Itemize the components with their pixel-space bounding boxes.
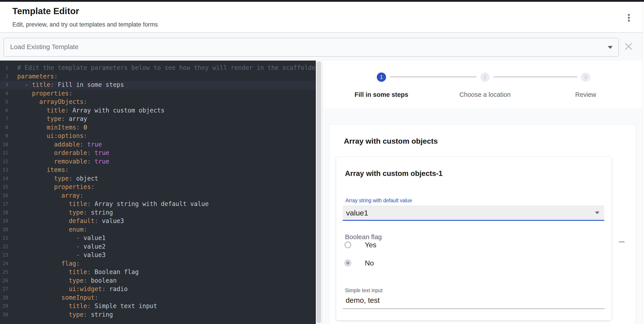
editor-line: 20 enum: (0, 225, 316, 234)
code-line-text: - value1 (8, 234, 106, 242)
kebab-menu-button[interactable] (624, 12, 634, 24)
load-template-placeholder: Load Existing Template (10, 43, 78, 51)
code-line-text: someInput: (8, 293, 98, 302)
line-number: 21 (0, 234, 8, 242)
editor-line: 3 - title: Fill in some steps (0, 81, 316, 89)
select-field-value: value1 (346, 209, 368, 217)
editor-line: 23 - value3 (0, 251, 316, 259)
code-line-text: default: value3 (8, 217, 124, 225)
line-number: 30 (0, 310, 8, 319)
line-number: 1 (0, 64, 8, 72)
yaml-code-editor[interactable]: 1# Edit the template parameters below to… (0, 61, 316, 324)
line-number: 9 (0, 132, 8, 140)
line-number: 11 (0, 149, 8, 157)
editor-line: 12 removable: true (0, 157, 316, 166)
line-number: 17 (0, 200, 8, 208)
step-label-2: Choose a location (459, 91, 510, 98)
form-section-title: Array with custom objects (344, 137, 438, 145)
remove-array-item-button[interactable] (616, 238, 628, 245)
code-line-text: title: Boolean flag (8, 268, 139, 276)
code-line-text: removable: true (8, 157, 109, 166)
editor-line: 28 someInput: (0, 293, 316, 302)
radio-group-label: Boolean flag (345, 233, 382, 241)
page-subtitle: Edit, preview, and try out templates and… (12, 21, 158, 28)
page-title: Template Editor (12, 6, 79, 16)
line-number: 18 (0, 208, 8, 217)
code-line-text: array: (8, 191, 84, 200)
minus-icon (619, 241, 624, 242)
code-line-text: title: Simple text input (8, 302, 157, 310)
code-line-text: type: string (8, 208, 113, 217)
editor-line: 24 flag: (0, 259, 316, 268)
line-number: 13 (0, 166, 8, 174)
code-line-text: - title: Fill in some steps (8, 81, 124, 89)
load-template-bar: Load Existing Template (0, 33, 644, 61)
line-number: 12 (0, 157, 8, 166)
code-line-text: arrayObjects: (8, 98, 87, 106)
code-line-text: type: object (8, 174, 98, 183)
code-line-text: # Edit the template parameters below to … (8, 64, 316, 72)
clear-template-button[interactable] (624, 42, 633, 51)
code-line-text: type: string (8, 310, 113, 319)
radio-option-label: Yes (365, 241, 376, 249)
code-line-text: type: array (8, 115, 87, 123)
line-number: 7 (0, 115, 8, 123)
editor-line: 1# Edit the template parameters below to… (0, 64, 316, 72)
step-circle-3[interactable]: 3 (581, 73, 590, 82)
editor-line: 15 properties: (0, 183, 316, 191)
code-line-text: orderable: true (8, 149, 109, 157)
editor-scrollbar-thumb[interactable] (316, 61, 321, 323)
line-number: 24 (0, 259, 8, 268)
code-line-text: title: Array string with default value (8, 200, 209, 208)
line-number: 22 (0, 242, 8, 251)
editor-line: 5 arrayObjects: (0, 98, 316, 106)
code-line-text: items: (8, 166, 69, 174)
editor-line: 30 type: string (0, 310, 316, 319)
code-line-text: - value2 (8, 242, 106, 251)
radio-option-label: No (365, 259, 374, 267)
line-number: 16 (0, 191, 8, 200)
editor-line: 21 - value1 (0, 234, 316, 242)
line-number: 4 (0, 89, 8, 98)
line-number: 20 (0, 225, 8, 234)
load-existing-template-select[interactable]: Load Existing Template (4, 38, 619, 57)
code-line-text: enum: (8, 225, 87, 234)
editor-line: 14 type: object (0, 174, 316, 183)
code-line-text: minItems: 0 (8, 123, 87, 132)
step-connector-line (390, 77, 476, 77)
array-string-select[interactable]: value1 (343, 205, 604, 221)
line-number: 6 (0, 106, 8, 115)
code-line-text: properties: (8, 89, 72, 98)
editor-line: 7 type: array (0, 115, 316, 123)
step-circle-1[interactable]: 1 (377, 73, 386, 82)
radio-option-no[interactable]: No (344, 259, 374, 267)
chevron-down-icon (608, 46, 613, 49)
text-field-label: Simple text input (345, 287, 382, 293)
line-number: 26 (0, 276, 8, 285)
editor-line: 22 - value2 (0, 242, 316, 251)
code-line-text: - value3 (8, 251, 106, 259)
page-scroll-gutter[interactable] (643, 2, 644, 324)
editor-line: 16 array: (0, 191, 316, 200)
array-item-title: Array with custom objects-1 (345, 169, 442, 178)
line-number: 3 (0, 81, 8, 89)
editor-line: 19 default: value3 (0, 217, 316, 225)
line-number: 23 (0, 251, 8, 259)
step-circle-2[interactable]: 2 (480, 73, 490, 82)
radio-unselected-icon (344, 242, 351, 248)
text-input-underline (343, 308, 605, 309)
editor-line: 13 items: (0, 166, 316, 174)
line-number: 19 (0, 217, 8, 225)
line-number: 2 (0, 72, 8, 81)
stepper-section-background (322, 61, 644, 108)
select-field-label: Array string with default value (346, 198, 412, 204)
array-item-card: Array with custom objects-1 Array string… (336, 157, 612, 320)
step-label-3: Review (575, 91, 596, 98)
editor-scrollbar-track[interactable] (316, 61, 322, 324)
editor-line: 29 title: Simple text input (0, 302, 316, 310)
code-line-text: ui:widget: radio (8, 285, 128, 293)
line-number: 15 (0, 183, 8, 191)
simple-text-input[interactable]: demo, test (346, 296, 380, 304)
code-line-text: properties: (8, 183, 94, 191)
radio-option-yes[interactable]: Yes (344, 240, 376, 249)
